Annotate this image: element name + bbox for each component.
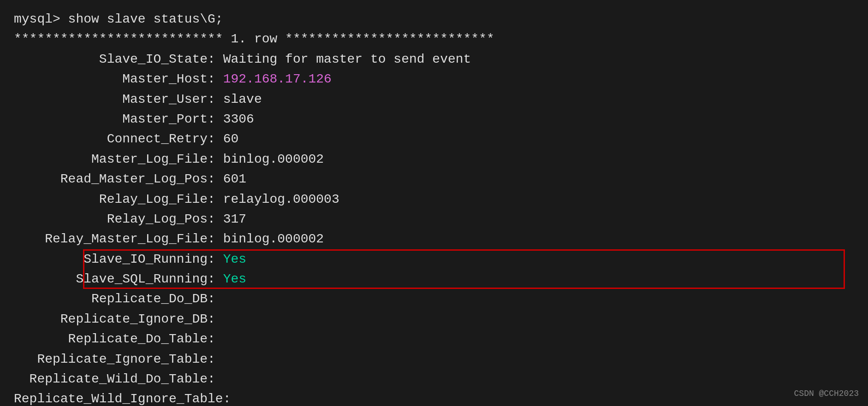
row-label: Master_Host: <box>14 69 215 89</box>
row-label: Slave_IO_State: <box>14 49 215 69</box>
row-value: 3306 <box>215 109 254 129</box>
row-label: Relay_Master_Log_File: <box>14 229 215 249</box>
table-row: Master_Port: 3306 <box>14 109 854 129</box>
row-value: 317 <box>215 209 246 229</box>
row-label: Slave_SQL_Running: <box>14 269 215 289</box>
row-label: Relay_Log_Pos: <box>14 209 215 229</box>
terminal-content: mysql> show slave status\G; ************… <box>14 9 854 406</box>
row-label: Slave_IO_Running: <box>14 249 215 269</box>
table-row: Replicate_Wild_Do_Table: <box>14 369 854 389</box>
table-row: Replicate_Ignore_Table: <box>14 349 854 369</box>
table-row: Relay_Master_Log_File: binlog.000002 <box>14 229 854 249</box>
table-row: Master_Log_File: binlog.000002 <box>14 149 854 169</box>
command-text: mysql> show slave status\G; <box>14 9 223 29</box>
table-row: Replicate_Wild_Ignore_Table: <box>14 389 854 406</box>
row-value: binlog.000002 <box>215 229 324 249</box>
row-label: Relay_Log_File: <box>14 189 215 209</box>
row-label: Replicate_Do_DB: <box>14 289 215 309</box>
table-row: Replicate_Ignore_DB: <box>14 309 854 329</box>
row-value: 192.168.17.126 <box>215 69 332 89</box>
table-row: Read_Master_Log_Pos: 601 <box>14 169 854 189</box>
row-label: Read_Master_Log_Pos: <box>14 169 215 189</box>
table-row: Relay_Log_Pos: 317 <box>14 209 854 229</box>
table-row: Relay_Log_File: relaylog.000003 <box>14 189 854 209</box>
table-row: Replicate_Do_DB: <box>14 289 854 309</box>
row-value: 60 <box>215 129 238 149</box>
row-value: binlog.000002 <box>215 149 324 169</box>
rows-container: Slave_IO_State: Waiting for master to se… <box>14 49 854 406</box>
row-value: relaylog.000003 <box>215 189 339 209</box>
row-label: Master_Log_File: <box>14 149 215 169</box>
row-label: Connect_Retry: <box>14 129 215 149</box>
row-label: Replicate_Ignore_DB: <box>14 309 215 329</box>
row-value: slave <box>215 89 262 109</box>
table-row: Connect_Retry: 60 <box>14 129 854 149</box>
table-row: Replicate_Do_Table: <box>14 329 854 349</box>
table-row: Slave_SQL_Running: Yes <box>14 269 854 289</box>
table-row: Slave_IO_Running: Yes <box>14 249 854 269</box>
row-label: Replicate_Ignore_Table: <box>14 349 215 369</box>
command-line: mysql> show slave status\G; <box>14 9 854 29</box>
row-value: Yes <box>215 249 246 269</box>
row-label: Replicate_Do_Table: <box>14 329 215 349</box>
row-value: Yes <box>215 269 246 289</box>
terminal-window: mysql> show slave status\G; ************… <box>0 0 868 406</box>
table-row: Master_Host: 192.168.17.126 <box>14 69 854 89</box>
watermark: CSDN @CCH2023 <box>794 388 859 400</box>
row-value: Waiting for master to send event <box>215 49 471 69</box>
row-label: Replicate_Wild_Do_Table: <box>14 369 215 389</box>
row-value: 601 <box>215 169 246 189</box>
row-label: Master_Port: <box>14 109 215 129</box>
table-row: Slave_IO_State: Waiting for master to se… <box>14 49 854 69</box>
row-label: Master_User: <box>14 89 215 109</box>
row-separator: *************************** 1. row *****… <box>14 29 854 49</box>
row-label: Replicate_Wild_Ignore_Table: <box>14 389 231 406</box>
table-row: Master_User: slave <box>14 89 854 109</box>
